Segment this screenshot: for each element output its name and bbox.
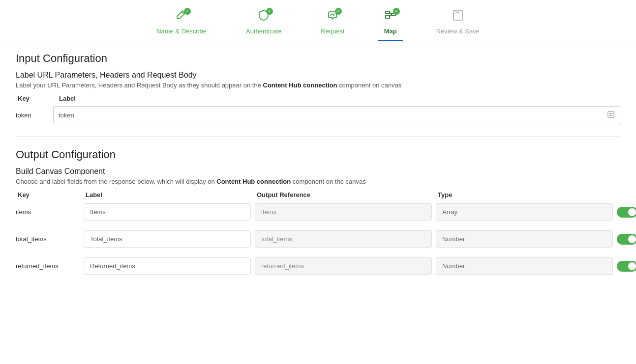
name-describe-label: Name & Describe xyxy=(156,28,207,35)
returned-items-key: returned_items xyxy=(16,262,80,270)
input-subsection-desc: Label your URL Parameters, Headers and R… xyxy=(16,82,620,89)
token-input[interactable] xyxy=(59,112,607,119)
svg-rect-7 xyxy=(609,113,611,114)
wizard-steps: ✓ Name & Describe ✓ Authenticate ✓ Reque… xyxy=(0,0,636,40)
main-content: Input Configuration Label URL Parameters… xyxy=(0,40,636,296)
returned-items-toggle[interactable] xyxy=(617,261,636,272)
input-desc-suffix: component on canvas xyxy=(337,82,401,89)
input-col-label: Label xyxy=(59,95,76,102)
output-subsection-title: Build Canvas Component xyxy=(16,167,620,176)
items-type: Array xyxy=(436,203,613,221)
total-items-ref: total_items xyxy=(255,230,432,248)
svg-rect-0 xyxy=(386,11,390,14)
authenticate-icon: ✓ xyxy=(257,9,270,25)
total-items-label-input[interactable] xyxy=(84,230,251,248)
total-items-type: Number xyxy=(436,230,613,248)
returned-items-ref: returned_items xyxy=(255,257,432,275)
token-input-row: token xyxy=(16,106,620,124)
returned-items-label-input[interactable] xyxy=(84,257,251,275)
output-subsection-desc: Choose and label fields from the respons… xyxy=(16,178,620,185)
output-row-items: items items Array xyxy=(16,203,620,221)
name-describe-check: ✓ xyxy=(184,8,191,15)
total-items-key: total_items xyxy=(16,235,80,243)
svg-rect-8 xyxy=(611,113,612,114)
svg-rect-1 xyxy=(386,16,390,18)
input-desc-bold: Content Hub connection xyxy=(263,82,337,89)
request-icon: ✓ xyxy=(326,9,339,25)
input-desc-prefix: Label your URL Parameters, Headers and R… xyxy=(16,82,263,89)
input-config-title: Input Configuration xyxy=(16,52,620,65)
section-divider xyxy=(16,136,620,137)
name-describe-icon: ✓ xyxy=(175,9,188,25)
total-items-toggle[interactable] xyxy=(617,234,636,245)
returned-items-type: Number xyxy=(436,257,613,275)
svg-rect-5 xyxy=(454,10,462,20)
output-desc-prefix: Choose and label fields from the respons… xyxy=(16,178,216,185)
step-request[interactable]: ✓ Request xyxy=(321,9,344,35)
output-desc-bold: Content Hub connection xyxy=(216,178,291,185)
svg-rect-9 xyxy=(609,115,612,116)
output-col-label: Label xyxy=(86,191,253,198)
request-label: Request xyxy=(321,28,344,35)
step-name-describe[interactable]: ✓ Name & Describe xyxy=(156,9,207,35)
token-key: token xyxy=(16,112,45,119)
review-save-icon xyxy=(452,9,464,25)
token-input-icon xyxy=(607,111,615,120)
items-label-input[interactable] xyxy=(84,203,251,221)
output-col-ref: Output Reference xyxy=(257,191,434,198)
items-toggle[interactable] xyxy=(617,207,636,218)
step-map[interactable]: ✓ Map xyxy=(384,9,397,35)
output-col-type: Type xyxy=(438,191,615,198)
output-col-headers: Key Label Output Reference Type xyxy=(16,191,620,198)
items-key: items xyxy=(16,208,80,216)
output-row-total-items: total_items total_items Number xyxy=(16,230,620,248)
input-subsection-title: Label URL Parameters, Headers and Reques… xyxy=(16,71,620,80)
output-col-key: Key xyxy=(18,191,82,198)
token-input-wrapper[interactable] xyxy=(53,106,620,124)
request-check: ✓ xyxy=(335,8,342,15)
review-save-label: Review & Save xyxy=(436,28,480,35)
map-label: Map xyxy=(384,28,397,35)
authenticate-check: ✓ xyxy=(266,8,273,15)
authenticate-label: Authenticate xyxy=(246,28,281,35)
map-check: ✓ xyxy=(393,8,400,15)
output-row-returned-items: returned_items returned_items Number xyxy=(16,257,620,275)
step-authenticate[interactable]: ✓ Authenticate xyxy=(246,9,281,35)
map-icon: ✓ xyxy=(384,9,397,25)
output-config-title: Output Configuration xyxy=(16,148,620,161)
output-desc-suffix: component on the canvas xyxy=(291,178,366,185)
input-col-key: Key xyxy=(18,95,47,102)
items-ref: items xyxy=(255,203,432,221)
step-review-save[interactable]: Review & Save xyxy=(436,9,480,35)
input-col-headers: Key Label xyxy=(16,95,620,102)
